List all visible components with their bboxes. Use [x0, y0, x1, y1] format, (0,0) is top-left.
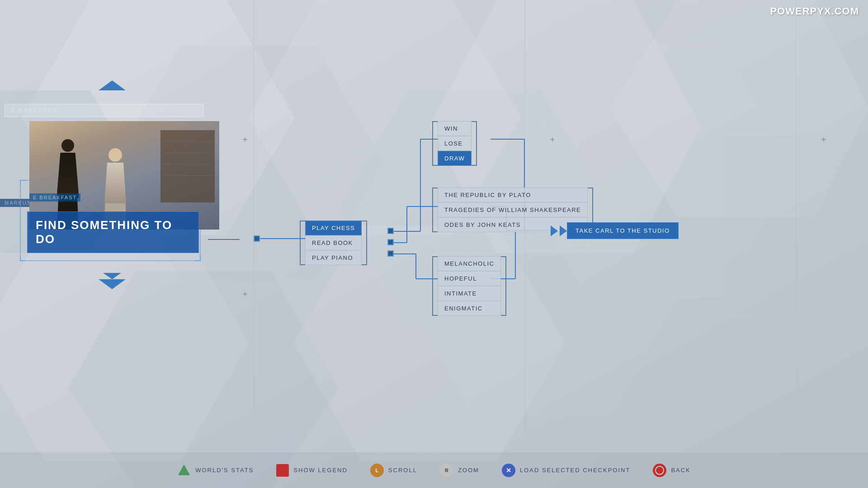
- checkpoint-banner: E BREAKFAST: [5, 104, 203, 117]
- emotion-choices: MELANCHOLIC HOPEFUL INTIMATE ENIGMATIC: [438, 256, 501, 316]
- hopeful-option[interactable]: HOPEFUL: [438, 271, 501, 286]
- zoom-btn[interactable]: R ZOOM: [440, 464, 479, 477]
- emotion-choices-group: MELANCHOLIC HOPEFUL INTIMATE ENIGMATIC: [438, 256, 501, 316]
- load-checkpoint-toolbar-label: LOAD SELECTED CHECKPOINT: [520, 467, 631, 474]
- square-icon: [276, 464, 289, 477]
- scene-title: FIND SOMETHING TO DO: [36, 218, 190, 246]
- enigmatic-option[interactable]: ENIGMATIC: [438, 301, 501, 316]
- panel-divider-1: [253, 0, 254, 452]
- read-book-option[interactable]: READ BOOK: [305, 235, 362, 250]
- play-piano-option[interactable]: PLAY PIANO: [305, 250, 362, 265]
- world-stats-label: WORLD'S STATS: [195, 467, 254, 474]
- draw-option[interactable]: DRAW: [438, 151, 472, 166]
- circle-back-icon: [653, 464, 666, 477]
- plus-bottom-1: +: [242, 289, 248, 300]
- activity-choices-group: PLAY CHESS READ BOOK PLAY PIANO: [305, 221, 362, 265]
- toolbar: WORLD'S STATS SHOW LEGEND L SCROLL R ZOO…: [0, 452, 868, 488]
- r-icon: R: [440, 464, 453, 477]
- l-icon: L: [370, 464, 384, 477]
- zoom-label: ZOOM: [458, 467, 479, 474]
- take-carl-arrow-2: [560, 225, 567, 236]
- svg-point-43: [656, 466, 664, 474]
- scroll-label: SCROLL: [388, 467, 417, 474]
- bracket-left-3: [432, 188, 438, 232]
- back-btn[interactable]: BACK: [653, 464, 690, 477]
- chess-results: WIN LOSE DRAW: [438, 121, 472, 166]
- show-legend-btn[interactable]: SHOW LEGEND: [276, 464, 348, 477]
- intimate-option[interactable]: INTIMATE: [438, 286, 501, 301]
- shakespeare-option[interactable]: TRAGEDIES OF WILLIAM SHAKESPEARE: [438, 202, 588, 217]
- scene-info-box: FIND SOMETHING TO DO: [27, 211, 199, 253]
- world-stats-btn[interactable]: WORLD'S STATS: [177, 464, 254, 477]
- left-panel: E BREAKFAST: [0, 117, 208, 253]
- plus-center-1: +: [242, 135, 248, 145]
- triangle-icon: [177, 464, 191, 477]
- bracket-left: [300, 221, 305, 265]
- panel-divider-3: [796, 0, 797, 452]
- watermark: POWERPYX.COM: [770, 5, 859, 17]
- bracket-left-4: [432, 256, 438, 316]
- republic-option[interactable]: THE REPUBLIC BY PLATO: [438, 188, 588, 202]
- e-breakfast-label: E BREAKFAST: [29, 193, 80, 202]
- take-carl-node[interactable]: TAKE CARL TO THE STUDIO: [551, 222, 679, 239]
- chess-result-group: WIN LOSE DRAW: [438, 121, 472, 166]
- x-icon: ✕: [502, 464, 515, 477]
- scroll-btn[interactable]: L SCROLL: [370, 464, 417, 477]
- checkpoint-label: E BREAKFAST: [11, 107, 61, 114]
- plus-center-2: +: [550, 135, 555, 145]
- nav-arrow-down[interactable]: [99, 279, 126, 289]
- lose-option[interactable]: LOSE: [438, 136, 472, 151]
- win-option[interactable]: WIN: [438, 121, 472, 136]
- bracket-right: [362, 221, 367, 265]
- take-carl-label[interactable]: TAKE CARL TO THE STUDIO: [567, 222, 679, 239]
- bracket-right-2: [472, 121, 477, 166]
- play-chess-option[interactable]: PLAY CHESS: [305, 221, 362, 235]
- back-label: BACK: [671, 467, 690, 474]
- take-carl-arrow: [551, 225, 558, 236]
- nav-arrow-up[interactable]: [99, 80, 126, 90]
- load-checkpoint-toolbar-btn[interactable]: ✕ LOAD SELECTED CHECKPOINT: [502, 464, 631, 477]
- plus-center-3: +: [821, 135, 826, 145]
- svg-marker-42: [179, 465, 189, 475]
- melancholic-option[interactable]: MELANCHOLIC: [438, 256, 501, 271]
- show-legend-label: SHOW LEGEND: [293, 467, 348, 474]
- activity-choices: PLAY CHESS READ BOOK PLAY PIANO: [305, 221, 362, 265]
- bracket-right-4: [501, 256, 506, 316]
- bracket-left-2: [432, 121, 438, 166]
